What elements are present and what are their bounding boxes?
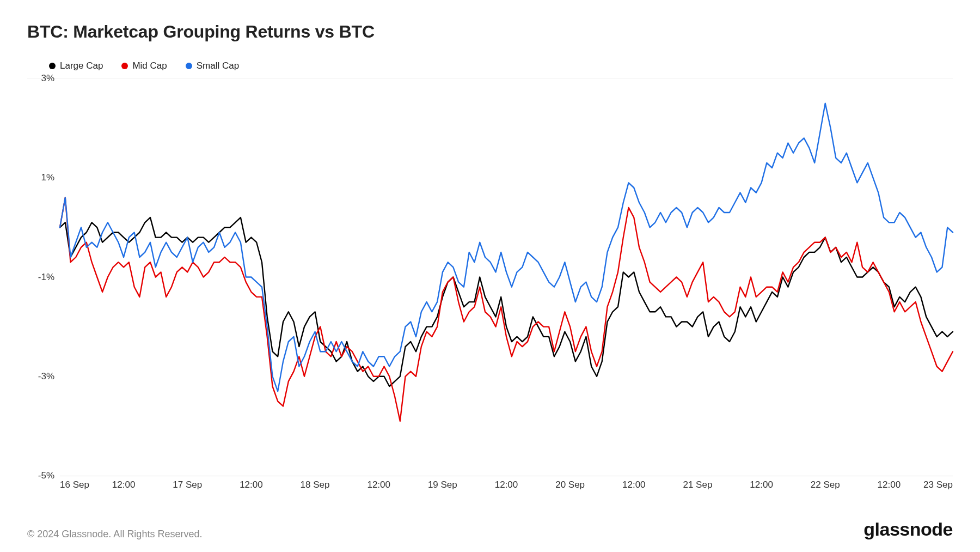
- legend-item-large-cap: Large Cap: [49, 60, 103, 71]
- x-tick-label: 20 Sep: [555, 480, 585, 490]
- chart-title: BTC: Marketcap Grouping Returns vs BTC: [27, 22, 953, 42]
- legend-dot-small-cap-icon: [186, 63, 192, 69]
- x-tick-label: 12:00: [112, 480, 136, 490]
- x-tick-label: 12:00: [495, 480, 518, 490]
- x-tick-label: 16 Sep: [60, 480, 89, 490]
- x-tick-label: 12:00: [878, 480, 901, 490]
- x-tick-label: 12:00: [622, 480, 646, 490]
- copyright-text: © 2024 Glassnode. All Rights Reserved.: [27, 529, 202, 540]
- legend-item-mid-cap: Mid Cap: [121, 60, 167, 71]
- legend-label-mid-cap: Mid Cap: [132, 60, 167, 71]
- x-tick-label: 22 Sep: [811, 480, 840, 490]
- brand-logo: glassnode: [863, 519, 953, 540]
- y-tick-label: 1%: [27, 172, 54, 183]
- x-tick-label: 12:00: [367, 480, 390, 490]
- x-tick-label: 19 Sep: [428, 480, 457, 490]
- y-tick-label: -1%: [27, 272, 54, 283]
- x-tick-label: 21 Sep: [683, 480, 712, 490]
- legend-dot-mid-cap-icon: [121, 63, 128, 69]
- y-tick-label: 3%: [27, 73, 54, 84]
- x-axis: 16 Sep12:0017 Sep12:0018 Sep12:0019 Sep1…: [60, 476, 953, 493]
- y-axis: 3%1%-1%-3%-5%: [27, 78, 60, 476]
- line-series-svg: [60, 78, 953, 476]
- x-tick-label: 17 Sep: [173, 480, 202, 490]
- x-tick-label: 12:00: [240, 480, 263, 490]
- x-tick-label: 18 Sep: [301, 480, 330, 490]
- legend-label-small-cap: Small Cap: [197, 60, 239, 71]
- legend: Large Cap Mid Cap Small Cap: [27, 57, 953, 78]
- x-tick-label: 12:00: [750, 480, 773, 490]
- plot-area: [60, 78, 953, 476]
- y-tick-label: -5%: [27, 470, 54, 481]
- legend-item-small-cap: Small Cap: [186, 60, 239, 71]
- legend-dot-large-cap-icon: [49, 63, 56, 69]
- y-tick-label: -3%: [27, 371, 54, 382]
- legend-label-large-cap: Large Cap: [60, 60, 103, 71]
- series-line-mid-cap: [60, 198, 953, 421]
- series-line-small-cap: [60, 104, 953, 392]
- chart-area: 3%1%-1%-3%-5% 16 Sep12:0017 Sep12:0018 S…: [27, 78, 953, 493]
- x-tick-label: 23 Sep: [923, 480, 953, 490]
